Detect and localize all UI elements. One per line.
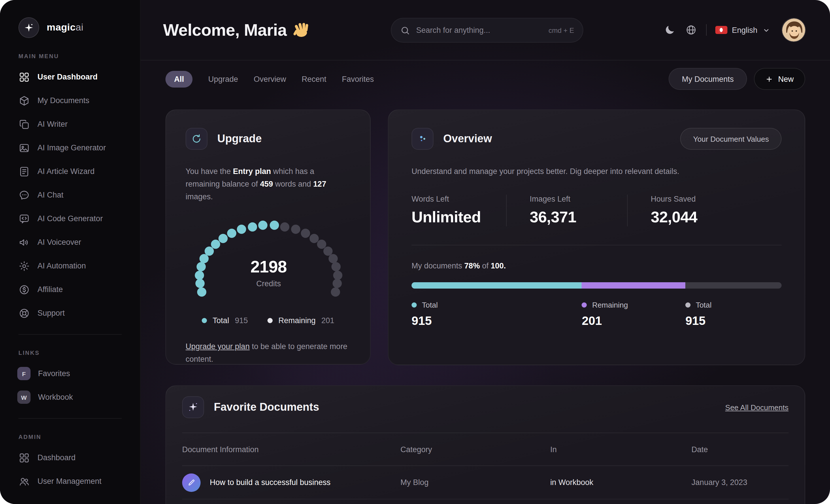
avatar[interactable] [781, 18, 806, 42]
wave-emoji [293, 22, 310, 38]
users-icon [19, 475, 30, 487]
admin-label: ADMIN [19, 434, 140, 440]
sidebar-item-ai-code-generator[interactable]: AI Code Generator [19, 207, 140, 230]
brand[interactable]: magicai [19, 17, 140, 38]
brand-logo-icon [19, 17, 39, 38]
page-title: Welcome, Maria [163, 21, 310, 39]
affiliate-icon [19, 284, 30, 295]
app-window: magicai MAIN MENU User Dashboard My Docu… [0, 0, 830, 504]
tab-recent[interactable]: Recent [302, 75, 326, 83]
document-date: January 3, 2023 [691, 478, 789, 487]
upgrade-plan-link[interactable]: Upgrade your plan [186, 342, 250, 351]
my-documents-button[interactable]: My Documents [669, 68, 747, 90]
tab-all[interactable]: All [165, 71, 193, 87]
sidebar-item-ai-voiceover[interactable]: AI Voiceover [19, 230, 140, 254]
documents-progress-bar [412, 282, 781, 289]
automation-icon [19, 260, 30, 272]
header-divider [706, 24, 706, 36]
documents-icon [19, 95, 30, 106]
favorite-documents-title: Favorite Documents [214, 401, 319, 413]
credits-readout: 2198 Credits [186, 258, 352, 288]
language-selector[interactable]: English [715, 26, 771, 34]
main-area: Welcome, Maria [141, 0, 830, 504]
dashboard-icon [19, 452, 30, 463]
legend-remaining-purple: Remaining 201 [582, 301, 628, 328]
search-icon [400, 25, 410, 35]
documents-progress-text: My documents 78% of 100. [412, 262, 781, 270]
credits-gauge: 2198 Credits [186, 216, 352, 307]
sidebar-item-user-dashboard[interactable]: User Dashboard [19, 65, 140, 89]
header: Welcome, Maria [141, 0, 830, 61]
overview-description: Understand and manage your projects bett… [412, 165, 682, 178]
content: All Upgrade Overview Recent Favorites My… [141, 68, 830, 504]
upgrade-plan-text: Upgrade your plan to be able to generate… [186, 340, 350, 366]
dashboard-icon [19, 71, 30, 83]
sidebar-item-ai-writer[interactable]: AI Writer [19, 112, 140, 136]
writer-icon [19, 119, 30, 130]
sidebar-item-ai-automation[interactable]: AI Automation [19, 254, 140, 278]
stat-images-left: Images Left 36,371 [506, 195, 627, 226]
language-label: English [732, 26, 757, 34]
progress-purple [582, 282, 685, 289]
upgrade-description: You have the Entry plan which has a rema… [186, 165, 350, 203]
credits-label: Credits [186, 279, 352, 288]
toolbar-actions: My Documents New [669, 68, 805, 90]
sidebar-item-user-management[interactable]: User Management [19, 469, 140, 493]
tab-overview[interactable]: Overview [254, 75, 286, 83]
sidebar-item-my-documents[interactable]: My Documents [19, 89, 140, 112]
support-icon [19, 307, 30, 319]
sidebar-item-ai-chat[interactable]: AI Chat [19, 183, 140, 207]
table-header: Document Information Category In Date [182, 433, 789, 466]
document-values-button[interactable]: Your Document Values [680, 128, 781, 150]
favorite-documents-icon [182, 396, 204, 418]
credits-value: 2198 [186, 258, 352, 276]
document-name: How to build a successful business [210, 478, 330, 487]
filter-tabs: All Upgrade Overview Recent Favorites [165, 71, 374, 87]
sidebar-item-ai-image-generator[interactable]: AI Image Generator [19, 136, 140, 160]
upgrade-card: Upgrade You have the Entry plan which ha… [165, 109, 371, 365]
sidebar-item-support[interactable]: Support [19, 301, 140, 325]
overview-card-title: Overview [443, 132, 492, 145]
flag-icon [715, 26, 727, 34]
new-button[interactable]: New [754, 68, 805, 90]
header-controls: English [663, 18, 806, 42]
sidebar-item-admin-dashboard[interactable]: Dashboard [19, 446, 140, 469]
overview-card-icon [412, 128, 434, 150]
sidebar-item-ai-article-wizard[interactable]: AI Article Wizard [19, 160, 140, 183]
see-all-documents-link[interactable]: See All Documents [725, 403, 789, 411]
remaining-dot [267, 318, 273, 323]
main-menu: User Dashboard My Documents AI Writer AI… [19, 65, 140, 325]
dark-mode-toggle[interactable] [663, 24, 676, 36]
search-bar[interactable]: cmd + E [391, 18, 583, 43]
overview-stats: Words Left Unlimited Images Left 36,371 … [412, 195, 781, 226]
progress-teal [412, 282, 582, 289]
legend-total-teal: Total 915 [412, 301, 438, 328]
sidebar-divider-2 [19, 418, 122, 419]
article-icon [19, 166, 30, 177]
overview-divider [412, 245, 781, 245]
gauge-legend: Total 915 Remaining 201 [186, 316, 350, 325]
favorite-documents-card: Favorite Documents See All Documents Doc… [165, 385, 805, 504]
legend-total-gray: Total 915 [685, 301, 711, 328]
sidebar-item-affiliate[interactable]: Affiliate [19, 278, 140, 301]
tab-favorites[interactable]: Favorites [342, 75, 374, 83]
sidebar: magicai MAIN MENU User Dashboard My Docu… [0, 0, 141, 504]
tab-upgrade[interactable]: Upgrade [209, 75, 238, 83]
links-label: LINKS [19, 349, 140, 356]
brand-name: magicai [47, 22, 84, 33]
main-menu-label: MAIN MENU [19, 53, 140, 59]
documents-table: Document Information Category In Date Ho… [182, 433, 789, 499]
table-row[interactable]: How to build a successful business My Bl… [182, 466, 789, 499]
upgrade-card-title: Upgrade [217, 132, 262, 145]
plus-icon [765, 75, 773, 83]
overview-card: Overview Your Document Values Understand… [388, 109, 805, 365]
globe-icon[interactable] [684, 24, 697, 36]
sidebar-item-favorites[interactable]: F Favorites [19, 362, 140, 385]
upgrade-card-icon [186, 128, 208, 150]
document-location: in Workbook [550, 478, 691, 487]
search-input[interactable] [416, 26, 543, 35]
search-shortcut: cmd + E [548, 26, 574, 34]
stat-words-left: Words Left Unlimited [412, 195, 506, 226]
chevron-down-icon [762, 26, 771, 34]
sidebar-item-workbook[interactable]: W Workbook [19, 385, 140, 409]
